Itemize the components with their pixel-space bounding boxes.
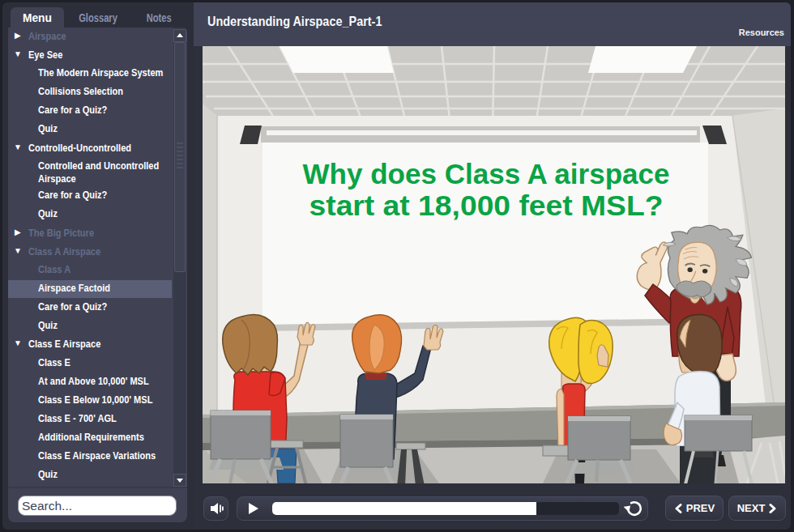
svg-text:start at 18,000 feet MSL?: start at 18,000 feet MSL? — [309, 189, 664, 221]
svg-text:Why does Class A airspace: Why does Class A airspace — [303, 158, 670, 189]
